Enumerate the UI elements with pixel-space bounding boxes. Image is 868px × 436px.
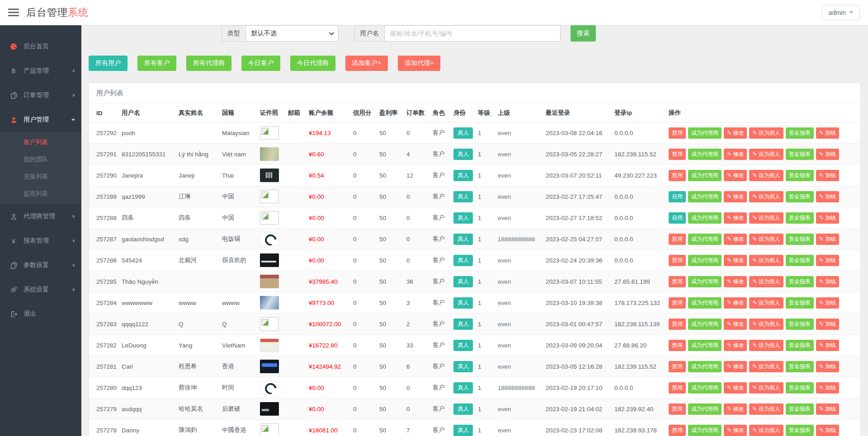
row-action-button[interactable]: ✎ 设为假人 [749,127,783,139]
row-action-button[interactable]: 资金报表 [786,361,814,372]
row-action-button[interactable]: ✎ 加钱 [816,276,839,287]
sidebar-item-system-settings[interactable]: 系统设置 [0,277,81,302]
row-action-button[interactable]: ✎ 修改 [724,255,747,266]
row-action-button[interactable]: ✎ 加钱 [816,234,839,245]
sidebar-subitem-my-team[interactable]: 我的团队 [0,151,81,168]
row-action-button[interactable]: ✎ 设为假人 [749,170,783,181]
row-action-button[interactable]: 成为代理商 [688,234,722,245]
row-action-button[interactable]: 资金报表 [786,319,814,330]
toggle-status-button[interactable]: 禁用 [669,234,686,245]
row-action-button[interactable]: ✎ 修改 [724,234,747,245]
toggle-status-button[interactable]: 禁用 [669,127,686,139]
add-agent-button[interactable]: 添加代理+ [398,56,440,71]
row-action-button[interactable]: 成为代理商 [688,212,722,224]
toggle-status-button[interactable]: 禁用 [669,382,686,394]
row-action-button[interactable]: 成为代理商 [688,297,722,309]
id-photo-thumbnail[interactable] [260,338,279,352]
toggle-status-button[interactable]: 禁用 [669,149,686,160]
row-action-button[interactable]: 资金报表 [786,382,814,394]
all-agents-button[interactable]: 所有代理商 [186,56,231,71]
row-action-button[interactable]: ✎ 加钱 [816,255,839,266]
sidebar-item-products[interactable]: ฿ 产品管理 [0,59,81,83]
row-action-button[interactable]: ✎ 设为假人 [749,297,783,309]
id-photo-thumbnail[interactable] [260,275,279,288]
id-photo-thumbnail[interactable] [260,169,279,182]
id-photo-thumbnail[interactable] [260,126,279,140]
toggle-status-button[interactable]: 禁用 [669,276,686,287]
sidebar-subitem-recharge-list[interactable]: 充值列表 [0,168,81,185]
row-action-button[interactable]: ✎ 修改 [724,276,747,287]
row-action-button[interactable]: 资金报表 [786,212,814,224]
sidebar-item-parameters[interactable]: 参数设置 [0,253,81,277]
sidebar-subitem-customer-list[interactable]: 客户列表 [0,134,81,151]
row-action-button[interactable]: ✎ 修改 [724,297,747,309]
row-action-button[interactable]: ✎ 设为假人 [749,382,783,394]
row-action-button[interactable]: ✎ 修改 [724,319,747,330]
row-action-button[interactable]: 成为代理商 [688,382,722,394]
hamburger-menu-icon[interactable] [8,9,19,16]
row-action-button[interactable]: ✎ 修改 [724,212,747,224]
row-action-button[interactable]: 成为代理商 [688,319,722,330]
row-action-button[interactable]: ✎ 修改 [724,340,747,351]
username-search-input[interactable] [384,25,561,42]
toggle-status-button[interactable]: 启用 [669,191,686,202]
toggle-status-button[interactable]: 禁用 [669,319,686,330]
all-customers-button[interactable]: 所有客户 [137,56,176,71]
admin-user-dropdown[interactable]: admin [822,5,860,20]
row-action-button[interactable]: 资金报表 [786,340,814,351]
row-action-button[interactable]: ✎ 设为假人 [749,340,783,351]
row-action-button[interactable]: ✎ 设为假人 [749,255,783,266]
id-photo-thumbnail[interactable] [260,381,279,394]
sidebar-item-dashboard[interactable]: 后台首页 [0,34,81,59]
row-action-button[interactable]: ✎ 修改 [724,127,747,139]
id-photo-thumbnail[interactable] [260,253,279,267]
row-action-button[interactable]: 成为代理商 [688,149,722,160]
today-customers-button[interactable]: 今日客户 [241,56,280,71]
row-action-button[interactable]: ✎ 设为假人 [749,361,783,372]
add-customer-button[interactable]: 添加客户+ [345,56,388,71]
row-action-button[interactable]: ✎ 设为假人 [749,403,783,415]
row-action-button[interactable]: 资金报表 [786,255,814,266]
search-button[interactable]: 搜索 [571,25,596,42]
id-photo-thumbnail[interactable] [260,296,279,309]
row-action-button[interactable]: ✎ 设为假人 [749,319,783,330]
toggle-status-button[interactable]: 启用 [669,212,686,224]
sidebar-item-orders[interactable]: 订单管理 [0,83,81,108]
row-action-button[interactable]: 资金报表 [786,127,814,139]
row-action-button[interactable]: 成为代理商 [688,276,722,287]
row-action-button[interactable]: ✎ 加钱 [816,340,839,351]
row-action-button[interactable]: ✎ 设为假人 [749,425,783,436]
row-action-button[interactable]: 资金报表 [786,149,814,160]
toggle-status-button[interactable]: 禁用 [669,170,686,181]
toggle-status-button[interactable]: 禁用 [669,297,686,309]
toggle-status-button[interactable]: 禁用 [669,255,686,266]
row-action-button[interactable]: 资金报表 [786,425,814,436]
row-action-button[interactable]: ✎ 修改 [724,425,747,436]
row-action-button[interactable]: 成为代理商 [688,425,722,436]
sidebar-item-logout[interactable]: 退出 [0,302,81,326]
row-action-button[interactable]: 成为代理商 [688,340,722,351]
row-action-button[interactable]: ✎ 修改 [724,361,747,372]
row-action-button[interactable]: ✎ 加钱 [816,382,839,394]
row-action-button[interactable]: 资金报表 [786,297,814,309]
row-action-button[interactable]: ✎ 设为假人 [749,212,783,224]
id-photo-thumbnail[interactable] [260,147,279,161]
id-photo-thumbnail[interactable] [260,423,279,436]
sidebar-item-users[interactable]: 用户管理 [0,108,81,132]
row-action-button[interactable]: 成为代理商 [688,191,722,202]
row-action-button[interactable]: ✎ 设为假人 [749,191,783,202]
id-photo-thumbnail[interactable] [260,232,279,246]
id-photo-thumbnail[interactable] [260,211,279,225]
id-photo-thumbnail[interactable] [260,317,279,331]
row-action-button[interactable]: 资金报表 [786,234,814,245]
toggle-status-button[interactable]: 禁用 [669,425,686,436]
row-action-button[interactable]: 成为代理商 [688,403,722,415]
row-action-button[interactable]: 成为代理商 [688,255,722,266]
today-agents-button[interactable]: 今日代理商 [290,56,335,71]
row-action-button[interactable]: ✎ 加钱 [816,170,839,181]
row-action-button[interactable]: ✎ 加钱 [816,425,839,436]
sidebar-item-agents[interactable]: 代理商管理 [0,204,81,229]
toggle-status-button[interactable]: 禁用 [669,403,686,415]
row-action-button[interactable]: 成为代理商 [688,361,722,372]
row-action-button[interactable]: ✎ 加钱 [816,361,839,372]
